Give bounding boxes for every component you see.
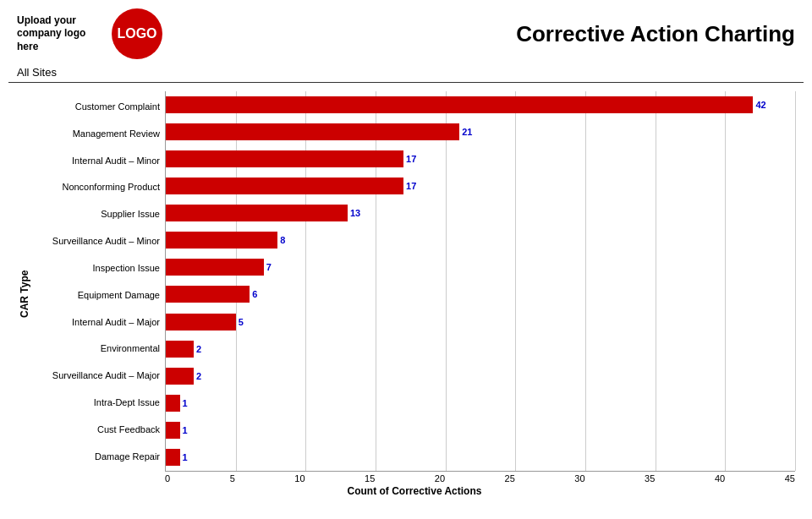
bar-row: 5 xyxy=(166,311,795,333)
category-label: Equipment Damage xyxy=(34,289,160,301)
logo-circle: LOGO xyxy=(112,8,162,59)
bar xyxy=(166,150,403,167)
bar xyxy=(166,449,180,466)
category-label: Internal Audit – Minor xyxy=(34,155,160,167)
bar-row: 2 xyxy=(166,338,795,360)
bar-value: 1 xyxy=(183,452,188,462)
category-label: Intra-Dept Issue xyxy=(34,396,160,408)
bar xyxy=(166,395,180,412)
grid-line xyxy=(795,91,796,471)
bar-value: 7 xyxy=(266,262,272,272)
page-title: Corrective Action Charting xyxy=(516,21,795,47)
bar xyxy=(166,205,348,221)
bar xyxy=(166,259,264,276)
x-axis-tick: 40 xyxy=(715,473,725,483)
bar-row: 21 xyxy=(166,121,795,143)
x-axis-tick: 15 xyxy=(365,473,375,483)
bar xyxy=(166,314,236,331)
category-label: Environmental xyxy=(34,342,160,354)
bar-row: 8 xyxy=(166,229,795,251)
category-label: Damage Repair xyxy=(34,451,160,462)
bar xyxy=(166,341,194,358)
category-label: Cust Feedback xyxy=(34,423,160,435)
bar-row: 13 xyxy=(166,202,795,224)
category-label: Customer Complaint xyxy=(34,101,160,112)
bars-and-grid: 4221171713876522111 xyxy=(165,91,795,472)
x-axis-title: Count of Corrective Actions xyxy=(34,483,795,497)
bar xyxy=(166,232,277,249)
logo-area: Upload your company logo here LOGO xyxy=(17,8,162,59)
x-axis-tick: 0 xyxy=(165,473,170,483)
bar-row: 17 xyxy=(166,148,795,170)
site-filter-label: All Sites xyxy=(0,64,812,82)
category-label: Surveillance Audit – Minor xyxy=(34,235,160,247)
category-label: Nonconforming Product xyxy=(34,181,160,193)
bar-value: 5 xyxy=(239,317,244,327)
chart-area: CAR Type Customer ComplaintManagement Re… xyxy=(17,91,795,497)
bar-value: 17 xyxy=(406,181,416,191)
bar-value: 2 xyxy=(196,371,201,381)
category-label: Supplier Issue xyxy=(34,208,160,220)
bar-row: 7 xyxy=(166,256,795,278)
x-axis-tick: 30 xyxy=(574,473,584,483)
x-axis-tick: 25 xyxy=(505,473,515,483)
category-label: Surveillance Audit – Major xyxy=(34,369,160,381)
bar-row: 1 xyxy=(166,419,795,441)
x-axis-tick: 20 xyxy=(435,473,445,483)
bar-value: 1 xyxy=(183,398,188,408)
category-label: Management Review xyxy=(34,128,160,139)
bar-value: 6 xyxy=(252,289,257,299)
bar-value: 2 xyxy=(196,344,201,354)
bar xyxy=(166,286,250,303)
bar-value: 17 xyxy=(406,154,416,164)
bar xyxy=(166,123,459,140)
category-labels: Customer ComplaintManagement ReviewInter… xyxy=(34,91,165,472)
logo-label: LOGO xyxy=(117,26,156,41)
bar xyxy=(166,178,403,194)
x-axis-tick: 35 xyxy=(645,473,655,483)
bar-row: 1 xyxy=(166,446,795,468)
bar xyxy=(166,96,753,113)
x-axis-labels: 051015202530354045 xyxy=(34,472,795,483)
x-axis-tick: 45 xyxy=(785,473,795,483)
x-axis-tick: 5 xyxy=(230,473,235,483)
page-header: Upload your company logo here LOGO Corre… xyxy=(0,0,812,64)
bar xyxy=(166,368,194,385)
bar xyxy=(166,422,180,439)
x-axis-tick: 10 xyxy=(294,473,304,483)
category-label: Internal Audit – Major xyxy=(34,316,160,328)
bar-row: 42 xyxy=(166,94,795,116)
bar-row: 1 xyxy=(166,392,795,414)
bar-row: 6 xyxy=(166,283,795,305)
bar-value: 13 xyxy=(350,208,360,218)
bars-section: Customer ComplaintManagement ReviewInter… xyxy=(34,91,795,472)
bar-value: 21 xyxy=(462,127,472,137)
y-axis-label: CAR Type xyxy=(17,91,32,497)
chart-container: CAR Type Customer ComplaintManagement Re… xyxy=(0,83,812,497)
bar-value: 1 xyxy=(183,425,188,435)
logo-upload-text: Upload your company logo here xyxy=(17,14,102,54)
chart-inner: Customer ComplaintManagement ReviewInter… xyxy=(34,91,795,497)
bar-value: 42 xyxy=(755,100,765,110)
bar-row: 2 xyxy=(166,365,795,387)
bar-row: 17 xyxy=(166,175,795,197)
category-label: Inspection Issue xyxy=(34,262,160,274)
bar-value: 8 xyxy=(280,235,285,245)
